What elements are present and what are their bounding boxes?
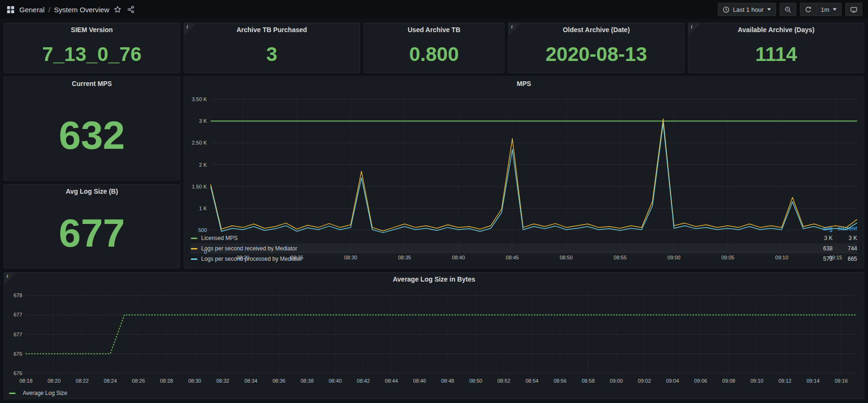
- time-range-label: Last 1 hour: [733, 6, 764, 13]
- panel-title[interactable]: Archive TB Purchased: [184, 23, 359, 36]
- refresh-interval-label: 1m: [821, 6, 829, 13]
- panel-title[interactable]: Current MPS: [4, 77, 179, 90]
- breadcrumb-section[interactable]: General: [19, 6, 44, 14]
- x-tick-label: 08:30: [188, 378, 201, 384]
- stat-value: 677: [4, 198, 179, 268]
- breadcrumb-dashboard-title[interactable]: System Overview: [54, 6, 110, 14]
- avg-log-legend: Average Log Size: [4, 387, 864, 399]
- x-tick-label: 08:46: [413, 378, 426, 384]
- x-tick-label: 08:38: [300, 378, 314, 384]
- y-tick-label: 676: [14, 351, 22, 357]
- x-tick-label: 08:28: [160, 378, 173, 384]
- stat-value: 632: [4, 90, 179, 180]
- chevron-down-icon: [833, 8, 837, 11]
- y-tick-label: 500: [198, 227, 207, 233]
- zoom-out-button[interactable]: [780, 3, 796, 16]
- stat-value: 0.800: [364, 36, 504, 72]
- mps-chart[interactable]: 08:2008:2508:3008:3508:4008:4508:5008:55…: [184, 90, 864, 223]
- y-tick-label: 0: [204, 249, 207, 255]
- x-tick-label: 08:20: [237, 255, 250, 260]
- x-tick-label: 08:34: [244, 378, 257, 384]
- y-tick-label: 677: [14, 312, 22, 317]
- x-tick-label: 09:12: [778, 378, 791, 384]
- x-tick-label: 08:55: [613, 255, 627, 260]
- series-line: [211, 123, 857, 233]
- legend-swatch: [9, 393, 16, 394]
- stat-value: 1114: [689, 36, 864, 72]
- x-tick-label: 09:10: [775, 255, 789, 260]
- x-tick-label: 08:35: [398, 255, 411, 260]
- x-tick-label: 09:00: [667, 255, 681, 260]
- time-range-picker[interactable]: Last 1 hour: [718, 3, 776, 16]
- panel-title[interactable]: Average Log Size in Bytes: [4, 273, 864, 286]
- dashboards-grid-icon[interactable]: [6, 5, 16, 15]
- x-tick-label: 09:10: [750, 378, 764, 384]
- x-tick-label: 09:02: [638, 378, 651, 384]
- panel-oldest-archive-date: i Oldest Archive (Date) 2020-08-13: [508, 23, 684, 73]
- panel-info-icon[interactable]: i: [4, 273, 17, 285]
- legend-series-name[interactable]: Average Log Size: [23, 390, 68, 396]
- cycle-view-button[interactable]: [845, 3, 862, 16]
- y-tick-label: 677: [14, 332, 22, 337]
- panel-title[interactable]: Available Archive (Days): [689, 23, 864, 36]
- x-tick-label: 08:45: [506, 255, 519, 260]
- breadcrumb-separator: /: [48, 6, 50, 14]
- panel-available-archive-days: i Available Archive (Days) 1114: [688, 23, 864, 73]
- navbar: General / System Overview Last 1 hour 1m: [0, 0, 868, 19]
- dashboard: SIEM Version 7_13_0_76 i Archive TB Purc…: [0, 19, 868, 403]
- chevron-down-icon: [767, 8, 771, 11]
- refresh-button[interactable]: [800, 3, 817, 16]
- x-tick-label: 08:22: [76, 378, 89, 384]
- y-tick-label: 1 K: [199, 206, 207, 211]
- x-tick-label: 09:05: [721, 255, 734, 260]
- refresh-interval-select[interactable]: 1m: [816, 3, 842, 16]
- share-icon[interactable]: [126, 5, 136, 14]
- panel-archive-tb-purchased: i Archive TB Purchased 3: [184, 23, 360, 73]
- x-tick-label: 08:20: [48, 378, 61, 384]
- panel-title[interactable]: MPS: [184, 77, 864, 90]
- x-tick-label: 08:24: [104, 378, 117, 384]
- x-tick-label: 08:50: [560, 255, 573, 260]
- x-tick-label: 08:50: [469, 378, 483, 384]
- panel-info-icon[interactable]: i: [509, 23, 521, 35]
- panel-avg-log-size: Avg Log Size (B) 677: [4, 184, 180, 268]
- panel-title[interactable]: Oldest Archive (Date): [509, 23, 684, 36]
- x-tick-label: 08:25: [290, 255, 304, 260]
- x-tick-label: 08:54: [526, 378, 539, 384]
- x-tick-label: 09:14: [807, 378, 820, 384]
- panel-title[interactable]: Avg Log Size (B): [4, 185, 179, 198]
- series-line: [211, 119, 857, 231]
- x-tick-label: 09:15: [829, 255, 842, 260]
- x-tick-label: 08:48: [441, 378, 454, 384]
- x-tick-label: 08:56: [553, 378, 567, 384]
- x-tick-label: 08:58: [582, 378, 595, 384]
- x-tick-label: 08:32: [216, 378, 230, 384]
- x-tick-label: 08:40: [452, 255, 465, 260]
- x-tick-label: 08:30: [344, 255, 357, 260]
- x-tick-label: 09:08: [722, 378, 735, 384]
- x-tick-label: 08:52: [497, 378, 511, 384]
- x-tick-label: 09:16: [834, 378, 848, 384]
- panel-title[interactable]: SIEM Version: [4, 23, 179, 36]
- y-tick-label: 3 K: [199, 118, 207, 124]
- y-tick-label: 2.50 K: [192, 140, 207, 146]
- stat-value: 7_13_0_76: [4, 36, 179, 72]
- y-tick-label: 1.50 K: [192, 184, 207, 189]
- avg-log-size-chart[interactable]: 08:1808:2008:2208:2408:2608:2808:3008:32…: [4, 286, 864, 387]
- y-tick-label: 678: [14, 292, 22, 298]
- panel-info-icon[interactable]: i: [184, 23, 196, 35]
- x-tick-label: 08:18: [19, 378, 33, 384]
- panel-info-icon[interactable]: i: [689, 23, 701, 35]
- panel-title[interactable]: Used Archive TB: [364, 23, 504, 36]
- avg_log_size-svg: 08:1808:2008:2208:2408:2608:2808:3008:32…: [4, 286, 864, 387]
- x-tick-label: 08:42: [357, 378, 370, 384]
- mps-svg: 08:2008:2508:3008:3508:4008:4508:5008:55…: [184, 90, 864, 263]
- y-tick-label: 3.50 K: [192, 96, 207, 102]
- x-tick-label: 08:44: [385, 378, 398, 384]
- x-tick-label: 08:36: [272, 378, 286, 384]
- star-icon[interactable]: [113, 5, 122, 14]
- x-tick-label: 09:06: [694, 378, 707, 384]
- x-tick-label: 08:26: [132, 378, 145, 384]
- x-tick-label: 09:04: [666, 378, 679, 384]
- panel-average-log-size-graph: i Average Log Size in Bytes 08:1808:2008…: [4, 272, 864, 399]
